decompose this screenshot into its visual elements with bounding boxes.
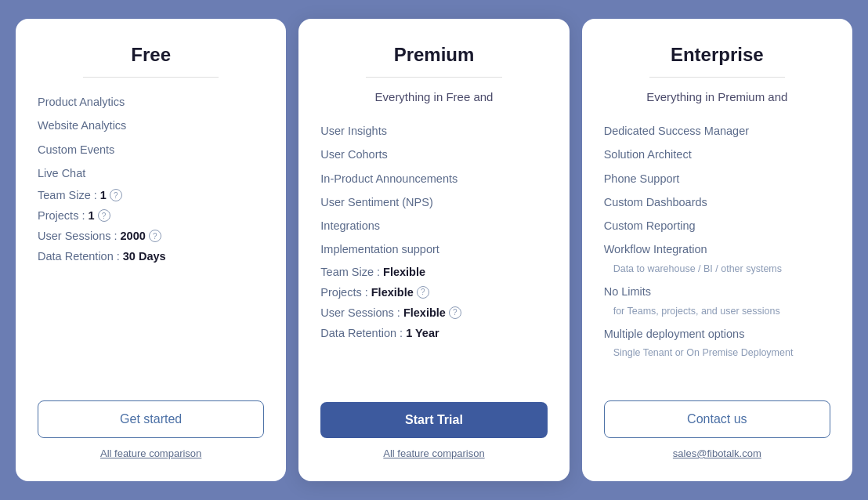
premium-projects-row: Projects : Flexible ? [320, 282, 547, 303]
premium-plan-title: Premium [320, 44, 547, 66]
help-icon[interactable]: ? [417, 286, 429, 299]
list-item: Product Analytics [38, 90, 264, 114]
enterprise-plan-card: Enterprise Everything in Premium and Ded… [582, 19, 852, 481]
team-size-row: Team Size : 1 ? [38, 185, 264, 205]
list-item-subnote: Single Tenant or On Premise Deployment [604, 346, 830, 364]
list-item-subnote: Data to warehouse / BI / other systems [604, 262, 830, 281]
list-item: Multiple deployment options [604, 322, 830, 346]
list-item: Custom Dashboards [604, 190, 830, 214]
premium-user-sessions-row: User Sessions : Flexible ? [320, 303, 547, 323]
premium-projects-label: Projects : [320, 286, 367, 299]
help-icon[interactable]: ? [449, 306, 461, 319]
sales-email-link[interactable]: sales@fibotalk.com [673, 447, 761, 459]
list-item: Phone Support [604, 167, 830, 190]
list-item: User Cohorts [320, 143, 547, 166]
list-item: Solution Architect [604, 143, 830, 166]
premium-user-sessions-label: User Sessions : [320, 306, 400, 319]
projects-row: Projects : 1 ? [38, 205, 264, 226]
list-item: User Insights [320, 119, 547, 143]
premium-data-retention-value: 1 Year [406, 327, 439, 339]
premium-divider [366, 77, 502, 78]
data-retention-label: Data Retention : [38, 250, 120, 263]
premium-team-size-value: Flexible [383, 266, 425, 278]
pricing-container: Free Product Analytics Website Analytics… [16, 19, 852, 481]
premium-subtitle: Everything in Free and [320, 90, 547, 103]
enterprise-subtitle: Everything in Premium and [604, 90, 830, 103]
list-item: Workflow Integration [604, 237, 830, 261]
list-item: Implementation support [320, 237, 547, 261]
premium-data-retention-label: Data Retention : [320, 327, 403, 339]
enterprise-cta-section: Contact us sales@fibotalk.com [604, 400, 830, 459]
help-icon[interactable]: ? [98, 209, 110, 222]
free-plan-title: Free [38, 44, 264, 66]
premium-feature-comparison-link[interactable]: All feature comparison [383, 447, 484, 459]
free-cta-section: Get started All feature comparison [38, 400, 264, 459]
projects-value: 1 [88, 209, 94, 222]
team-size-label: Team Size : [38, 189, 97, 201]
list-item: User Sentiment (NPS) [320, 190, 547, 214]
free-plan-card: Free Product Analytics Website Analytics… [16, 19, 286, 481]
enterprise-plan-title: Enterprise [604, 44, 830, 66]
data-retention-row: Data Retention : 30 Days [38, 246, 264, 266]
enterprise-divider [649, 77, 786, 78]
user-sessions-row: User Sessions : 2000 ? [38, 226, 264, 246]
free-feature-list: Product Analytics Website Analytics Cust… [38, 90, 264, 382]
list-item: In-Product Announcements [320, 167, 547, 190]
premium-team-size-row: Team Size : Flexible [320, 262, 547, 282]
start-trial-button[interactable]: Start Trial [320, 402, 547, 438]
contact-us-button[interactable]: Contact us [604, 400, 830, 438]
help-icon[interactable]: ? [110, 189, 122, 201]
premium-user-sessions-value: Flexible [403, 306, 446, 319]
premium-feature-list: User Insights User Cohorts In-Product An… [320, 119, 547, 383]
premium-cta-section: Start Trial All feature comparison [320, 402, 547, 459]
free-divider [83, 77, 219, 78]
list-item: Custom Reporting [604, 214, 830, 237]
list-item: No Limits [604, 280, 830, 303]
list-item: Integrations [320, 214, 547, 237]
list-item: Custom Events [38, 138, 264, 161]
user-sessions-value: 2000 [121, 230, 146, 242]
user-sessions-label: User Sessions : [38, 230, 118, 242]
enterprise-feature-list: Dedicated Success Manager Solution Archi… [604, 119, 830, 382]
list-item: Website Analytics [38, 114, 264, 137]
premium-plan-card: Premium Everything in Free and User Insi… [298, 19, 569, 481]
free-feature-comparison-link[interactable]: All feature comparison [100, 447, 201, 459]
get-started-button[interactable]: Get started [38, 400, 264, 438]
premium-team-size-label: Team Size : [320, 266, 380, 278]
data-retention-value: 30 Days [123, 250, 166, 263]
list-item: Dedicated Success Manager [604, 119, 830, 143]
list-item-subnote: for Teams, projects, and user sessions [604, 304, 830, 323]
projects-label: Projects : [38, 209, 85, 222]
premium-data-retention-row: Data Retention : 1 Year [320, 323, 547, 343]
premium-projects-value: Flexible [371, 286, 414, 299]
team-size-value: 1 [100, 189, 107, 201]
help-icon[interactable]: ? [149, 230, 161, 242]
list-item: Live Chat [38, 161, 264, 185]
